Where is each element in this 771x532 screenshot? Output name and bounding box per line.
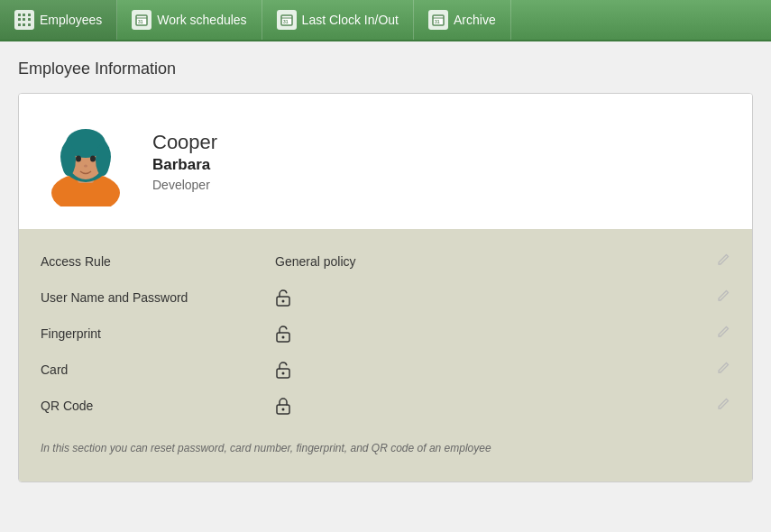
employee-info: Cooper Barbara Developer	[152, 131, 217, 192]
avatar	[41, 112, 131, 211]
svg-text:31: 31	[138, 19, 143, 24]
employee-firstname: Barbara	[152, 156, 217, 174]
info-row-username: User Name and Password	[41, 280, 730, 316]
info-row-fingerprint: Fingerprint	[41, 316, 730, 352]
edit-card-button[interactable]	[716, 361, 730, 379]
employee-card: Cooper Barbara Developer Access Rule Gen…	[18, 93, 753, 482]
edit-fingerprint-button[interactable]	[716, 325, 730, 343]
page-content: Employee Information	[0, 41, 771, 500]
last-clock-calendar-icon: 31	[277, 10, 297, 30]
label-qrcode: QR Code	[41, 399, 275, 413]
value-access-rule: General policy	[275, 254, 716, 269]
employee-lastname: Cooper	[152, 131, 217, 154]
employee-role: Developer	[152, 178, 217, 192]
nav-item-last-clock[interactable]: 31 Last Clock In/Out	[262, 0, 414, 40]
label-card: Card	[41, 362, 275, 377]
svg-point-22	[282, 336, 285, 339]
info-row-card: Card	[41, 352, 730, 388]
svg-point-17	[90, 156, 96, 162]
value-card	[275, 361, 716, 379]
svg-point-16	[76, 156, 81, 162]
edit-qrcode-button[interactable]	[716, 397, 730, 415]
value-qrcode	[275, 397, 716, 415]
svg-point-24	[282, 372, 285, 375]
svg-point-15	[96, 143, 110, 176]
svg-point-26	[282, 408, 285, 411]
svg-point-18	[84, 165, 87, 168]
nav-label-employees: Employees	[40, 13, 102, 27]
work-schedules-calendar-icon: 31	[132, 10, 151, 30]
navbar: Employees 31 Work schedules 31 Last Cloc…	[0, 0, 771, 41]
info-row-access-rule: Access Rule General policy	[41, 243, 730, 280]
nav-item-work-schedules[interactable]: 31 Work schedules	[117, 0, 262, 40]
nav-label-last-clock: Last Clock In/Out	[302, 13, 399, 27]
nav-item-employees[interactable]: Employees	[0, 0, 117, 40]
info-section: Access Rule General policy User Name and…	[19, 229, 752, 482]
edit-username-button[interactable]	[716, 289, 730, 307]
value-username	[275, 289, 716, 307]
svg-text:31: 31	[283, 19, 289, 24]
svg-point-14	[61, 143, 76, 176]
nav-label-archive: Archive	[454, 13, 496, 27]
info-footnote: In this section you can reset password, …	[41, 442, 730, 454]
label-access-rule: Access Rule	[41, 254, 275, 269]
edit-access-rule-button[interactable]	[716, 252, 730, 271]
label-username: User Name and Password	[41, 290, 275, 305]
svg-text:31: 31	[435, 19, 440, 24]
page-title: Employee Information	[18, 60, 753, 78]
svg-point-20	[282, 300, 285, 303]
nav-item-archive[interactable]: 31 Archive	[414, 0, 511, 40]
value-fingerprint	[275, 325, 716, 343]
label-fingerprint: Fingerprint	[41, 326, 275, 341]
info-row-qrcode: QR Code	[41, 388, 730, 424]
nav-label-work-schedules: Work schedules	[157, 13, 246, 27]
archive-calendar-icon: 31	[428, 10, 448, 30]
employees-grid-icon	[14, 10, 34, 30]
employee-header: Cooper Barbara Developer	[19, 94, 752, 229]
